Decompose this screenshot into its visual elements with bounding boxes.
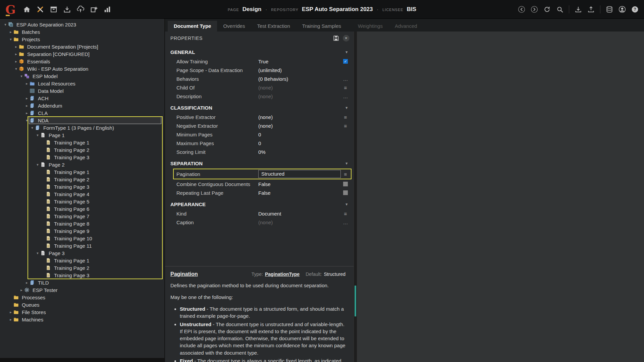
chevron-down-icon[interactable]: ▾: [345, 202, 347, 206]
tree-item-queues[interactable]: Queues: [0, 301, 164, 308]
tree-item-page-1[interactable]: ▾Page 1: [0, 131, 164, 139]
upload-icon[interactable]: [587, 6, 595, 13]
tree-item-machines[interactable]: ▸Machines: [0, 316, 164, 323]
ellipsis-button[interactable]: …: [341, 220, 350, 225]
chevron-expanded-icon[interactable]: ▾: [3, 22, 8, 27]
section-header-classification[interactable]: CLASSIFICATION▾: [165, 103, 354, 113]
tree-item-file-stores[interactable]: ▸File Stores: [0, 308, 164, 316]
property-value[interactable]: (none): [258, 114, 341, 120]
dropdown-menu-icon[interactable]: ≡: [341, 123, 350, 129]
tree-item-local-resources[interactable]: ▸Local Resources: [0, 80, 164, 87]
cloud-upload-icon[interactable]: [77, 6, 84, 13]
tree-item-document-separation-projects[interactable]: ▸Document Separation [Projects]: [0, 43, 164, 50]
user-icon[interactable]: [619, 6, 626, 13]
chevron-expanded-icon[interactable]: ▾: [30, 126, 35, 130]
tree-item-training-page-1[interactable]: Training Page 1: [0, 168, 164, 176]
chevron-collapsed-icon[interactable]: ▸: [24, 104, 30, 108]
tree-item-projects[interactable]: ▾Projects: [0, 36, 164, 43]
tab-overrides[interactable]: Overrides: [217, 21, 251, 32]
refresh-icon[interactable]: [543, 6, 551, 13]
home-icon[interactable]: [23, 6, 31, 13]
tree-item-training-page-6[interactable]: Training Page 6: [0, 205, 164, 213]
chevron-collapsed-icon[interactable]: ▸: [8, 317, 13, 322]
close-icon[interactable]: ×: [343, 35, 350, 42]
tree-item-training-page-4[interactable]: Training Page 4: [0, 190, 164, 198]
chevron-expanded-icon[interactable]: ▾: [19, 74, 24, 78]
tree-item-ach[interactable]: ▸ACH: [0, 95, 164, 102]
tree-item-essentials[interactable]: ▸Essentials: [0, 58, 164, 65]
chevron-down-icon[interactable]: ▾: [345, 161, 347, 166]
property-value[interactable]: (none): [258, 123, 341, 129]
chevron-down-icon[interactable]: ▾: [345, 50, 347, 54]
chevron-down-icon[interactable]: ▾: [345, 106, 347, 110]
checkbox-unchecked-icon[interactable]: [343, 190, 348, 195]
tab-document-type[interactable]: Document Type: [168, 21, 217, 32]
dropdown-menu-icon[interactable]: ≡: [341, 211, 350, 217]
tree-item-training-page-8[interactable]: Training Page 8: [0, 220, 164, 227]
ellipsis-button[interactable]: …: [341, 94, 350, 99]
tab-test-extraction[interactable]: Test Extraction: [251, 21, 296, 32]
chevron-expanded-icon[interactable]: ▾: [8, 37, 13, 42]
tree-item-cla[interactable]: ▸CLA: [0, 109, 164, 117]
dropdown-menu-icon[interactable]: ≡: [341, 85, 350, 90]
tree-item-data-model[interactable]: Data Model: [0, 87, 164, 95]
property-value[interactable]: (none): [258, 85, 341, 90]
tree-item-training-page-1[interactable]: Training Page 1: [0, 139, 164, 146]
tree-item-training-page-7[interactable]: Training Page 7: [0, 213, 164, 220]
chevron-expanded-icon[interactable]: ▾: [35, 251, 40, 255]
chevron-collapsed-icon[interactable]: ▸: [24, 96, 30, 101]
archive-icon[interactable]: [50, 6, 57, 13]
tree-item-training-page-10[interactable]: Training Page 10: [0, 235, 164, 242]
tree-item-training-page-2[interactable]: Training Page 2: [0, 264, 164, 272]
tree-item-nda[interactable]: ▾NDA: [0, 117, 164, 124]
tree-item-separation-configured[interactable]: ▸Separation [CONFIGURED]: [0, 50, 164, 58]
chevron-collapsed-icon[interactable]: ▸: [13, 52, 19, 56]
tree-item-training-page-2[interactable]: Training Page 2: [0, 176, 164, 183]
dropdown-menu-icon[interactable]: ≡: [341, 171, 350, 177]
tree-item-batches[interactable]: ▸Batches: [0, 28, 164, 36]
save-icon[interactable]: [333, 35, 339, 42]
tree-item-wiki-esp-auto-separation[interactable]: ▾Wiki - ESP Auto Separation: [0, 65, 164, 72]
tree-item-training-page-3[interactable]: Training Page 3: [0, 154, 164, 161]
chevron-expanded-icon[interactable]: ▾: [35, 133, 40, 137]
search-icon[interactable]: [556, 6, 564, 13]
package-add-icon[interactable]: [90, 6, 98, 13]
tree-item-addendum[interactable]: ▸Addendum: [0, 102, 164, 109]
chevron-expanded-icon[interactable]: ▾: [13, 67, 19, 71]
tree-item-training-page-3[interactable]: Training Page 3: [0, 183, 164, 190]
database-icon[interactable]: [606, 6, 613, 13]
tree-item-training-page-3[interactable]: Training Page 3: [0, 272, 164, 279]
install-icon[interactable]: [63, 6, 71, 13]
tree-item-training-page-5[interactable]: Training Page 5: [0, 198, 164, 205]
tree-horizontal-scrollbar[interactable]: [0, 358, 164, 362]
chevron-collapsed-icon[interactable]: ▸: [8, 310, 13, 314]
tree-item-training-page-11[interactable]: Training Page 11: [0, 242, 164, 249]
back-icon[interactable]: [518, 6, 525, 13]
tree-item-training-page-2[interactable]: Training Page 2: [0, 146, 164, 154]
tree-item-esp-tester[interactable]: ▸ESP Tester: [0, 286, 164, 294]
property-value[interactable]: (unlimited): [258, 67, 341, 73]
tree-item-tild[interactable]: ▸TILD: [0, 279, 164, 286]
tab-training-samples[interactable]: Training Samples: [296, 21, 347, 32]
section-header-general[interactable]: GENERAL▾: [165, 47, 354, 57]
tree-item-formtype-1-3-pages-english[interactable]: ▾FormType 1 (3 Pages / English): [0, 124, 164, 131]
chevron-collapsed-icon[interactable]: ▸: [19, 288, 24, 292]
checkbox-checked-icon[interactable]: ✓: [343, 59, 348, 64]
chevron-expanded-icon[interactable]: ▾: [35, 163, 40, 167]
property-value[interactable]: True: [258, 59, 341, 64]
tree-item-esp-auto-separation-2023[interactable]: ▾ESP Auto Separation 2023: [0, 21, 164, 28]
properties-scrollbar[interactable]: [354, 32, 357, 362]
chevron-expanded-icon[interactable]: ▾: [24, 118, 30, 123]
chevron-collapsed-icon[interactable]: ▸: [8, 30, 13, 34]
chevron-collapsed-icon[interactable]: ▸: [24, 81, 30, 86]
section-header-appearance[interactable]: APPEARANCE▾: [165, 199, 354, 209]
tree-item-training-page-1[interactable]: Training Page 1: [0, 257, 164, 264]
checkbox-unchecked-icon[interactable]: [343, 182, 348, 186]
stats-icon[interactable]: [104, 6, 111, 13]
download-icon[interactable]: [575, 6, 582, 13]
section-header-separation[interactable]: SEPARATION▾: [165, 158, 354, 168]
ellipsis-button[interactable]: …: [341, 76, 350, 82]
property-value-editor[interactable]: Structured: [258, 170, 341, 178]
property-value[interactable]: 0: [258, 140, 341, 146]
property-value[interactable]: (none): [258, 94, 341, 99]
